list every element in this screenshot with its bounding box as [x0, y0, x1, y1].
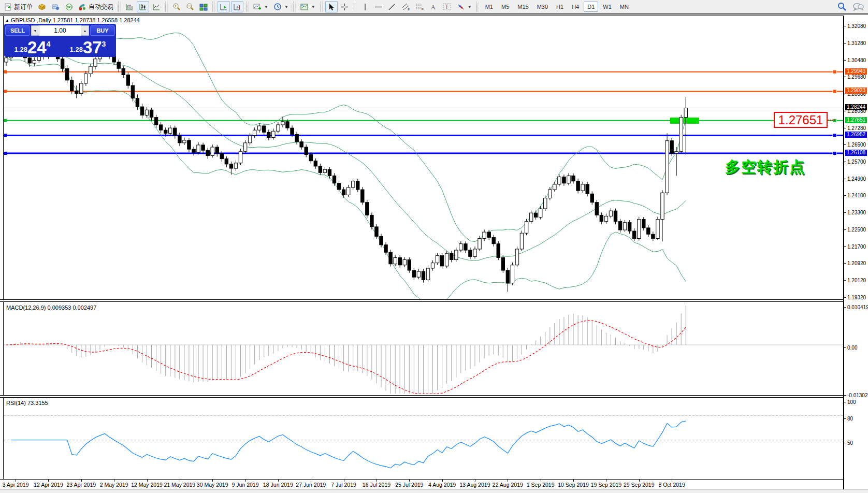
zoom-in-icon [172, 3, 181, 11]
shapes-button[interactable]: ▼ [455, 1, 474, 12]
horizontal-line-tool-button[interactable] [372, 1, 385, 12]
date-label: 8 Oct 2019 [658, 482, 685, 488]
zoom-out-icon [186, 3, 194, 11]
dropdown-caret-icon: ▼ [468, 5, 472, 9]
tile-windows-button[interactable] [197, 1, 210, 12]
toolbar-separator [320, 2, 323, 12]
search-icon[interactable] [837, 2, 847, 12]
chat-icon[interactable] [852, 2, 864, 12]
chart-shift-button[interactable] [231, 1, 243, 12]
price-scale-axis[interactable]: 1.320801.312801.304801.296801.288801.280… [843, 16, 868, 489]
timeframe-button-h1[interactable]: H1 [553, 2, 567, 12]
date-label: 3 Apr 2019 [3, 482, 29, 488]
trendline-tool-button[interactable] [386, 1, 398, 12]
timeframe-button-w1[interactable]: W1 [599, 2, 615, 12]
autotrade-icon [78, 3, 86, 11]
buy-button[interactable]: BUY [90, 25, 115, 36]
date-label: 22 Aug 2019 [493, 482, 523, 488]
chart-high-value: 1.28738 [75, 17, 96, 23]
timeframe-button-d1[interactable]: D1 [584, 2, 598, 12]
chart-frame-left [3, 16, 4, 479]
terminal-button[interactable] [49, 1, 62, 12]
periods-button[interactable]: ▼ [271, 1, 291, 12]
text-tool-button[interactable]: A [427, 1, 440, 12]
chart-shift-icon [233, 3, 241, 11]
terminal-icon [52, 3, 60, 11]
pane-splitter[interactable] [0, 299, 868, 302]
auto-scroll-button[interactable] [218, 1, 230, 12]
price-line-label: 1.29023 [845, 88, 867, 94]
timeframe-button-m15[interactable]: M15 [514, 2, 532, 12]
sell-button[interactable]: SELL [5, 25, 30, 36]
date-label: 25 Jul 2019 [395, 482, 423, 488]
text-label-tool-button[interactable]: T [441, 1, 454, 12]
sell-price-base: 1.28 [15, 46, 27, 53]
timeframe-button-m5[interactable]: M5 [498, 2, 513, 12]
dropdown-caret-icon: ▼ [264, 5, 268, 9]
new-order-button[interactable]: 新订单 [2, 1, 35, 12]
candlestick-chart-type-button[interactable] [137, 1, 149, 12]
sell-price-big: 24 [27, 40, 47, 55]
text-icon: A [430, 3, 437, 11]
buy-price-quote[interactable]: 1.28 37 3 [61, 37, 115, 56]
sell-price-quote[interactable]: 1.28 24 4 [5, 37, 60, 56]
collapse-icon[interactable]: ▲ [5, 18, 9, 23]
svg-text:A: A [431, 4, 436, 11]
date-label: 21 May 2019 [164, 482, 195, 488]
price-tick: 1.19320 [847, 295, 866, 300]
timeframe-button-m30[interactable]: M30 [533, 2, 552, 12]
rsi-indicator-pane[interactable] [0, 398, 843, 479]
templates-icon [300, 3, 309, 11]
bar-chart-icon [125, 3, 134, 11]
vertical-line-tool-button[interactable] [359, 1, 371, 12]
dropdown-caret-icon: ▼ [311, 5, 315, 9]
current-price-label: 1.28244 [845, 104, 867, 110]
date-label: 29 Sep 2019 [624, 482, 655, 488]
vertical-line-icon [363, 3, 368, 11]
price-tick: 1.27280 [847, 125, 866, 131]
macd-indicator-pane[interactable] [0, 302, 843, 395]
main-price-chart[interactable] [0, 16, 843, 299]
price-line-label: 1.26108 [845, 150, 867, 156]
rsi-tick: 50 [847, 440, 853, 446]
signal-button[interactable] [63, 1, 75, 12]
crosshair-button[interactable] [339, 1, 351, 12]
timeframe-button-h4[interactable]: H4 [568, 2, 583, 12]
volume-decrease-button[interactable]: ▼ [31, 25, 39, 36]
chart-annotation-text[interactable]: 多空转折点 [725, 157, 805, 178]
market-watch-button[interactable] [36, 1, 48, 12]
zoom-in-button[interactable] [170, 1, 183, 12]
bar-chart-type-button[interactable] [123, 1, 136, 12]
chart-symbol-label: GBPUSD-,Daily [11, 17, 51, 23]
pane-splitter[interactable] [0, 395, 868, 398]
new-order-icon [4, 3, 12, 11]
autotrade-button[interactable]: 自动交易 [76, 1, 115, 12]
toolbar-separator [476, 2, 479, 12]
price-tick: 1.20920 [847, 260, 866, 266]
date-label: 18 Jun 2019 [263, 482, 293, 488]
templates-button[interactable]: ▼ [298, 1, 317, 12]
fibonacci-tool-button[interactable]: F [413, 1, 426, 12]
volume-input[interactable]: 1.00 [39, 25, 81, 36]
cursor-icon [328, 3, 335, 11]
cube-icon [38, 3, 46, 11]
timeframe-button-mn[interactable]: MN [616, 2, 632, 12]
indicators-button[interactable]: ▼ [251, 1, 270, 12]
chart-close-value: 1.28244 [119, 17, 140, 23]
line-chart-type-button[interactable] [150, 1, 163, 12]
zoom-out-button[interactable] [184, 1, 196, 12]
price-callout-box[interactable]: 1.27651 [774, 112, 828, 128]
date-axis[interactable]: 3 Apr 201912 Apr 201923 Apr 20192 May 20… [0, 479, 843, 489]
price-line-label: 1.26952 [845, 132, 867, 138]
timeframe-button-m1[interactable]: M1 [482, 2, 497, 12]
price-tick: 1.29680 [847, 74, 866, 80]
date-label: 4 Aug 2019 [428, 482, 456, 488]
channel-tool-button[interactable]: E [399, 1, 412, 12]
buy-price-sup: 3 [102, 40, 106, 48]
volume-increase-button[interactable]: ▲ [81, 25, 89, 36]
toolbar-separator [212, 2, 215, 12]
mt4-window: 新订单 自动交易 [0, 0, 868, 493]
price-tick: 1.24100 [847, 193, 866, 198]
cursor-button[interactable] [325, 1, 338, 12]
dropdown-caret-icon: ▼ [284, 5, 288, 9]
